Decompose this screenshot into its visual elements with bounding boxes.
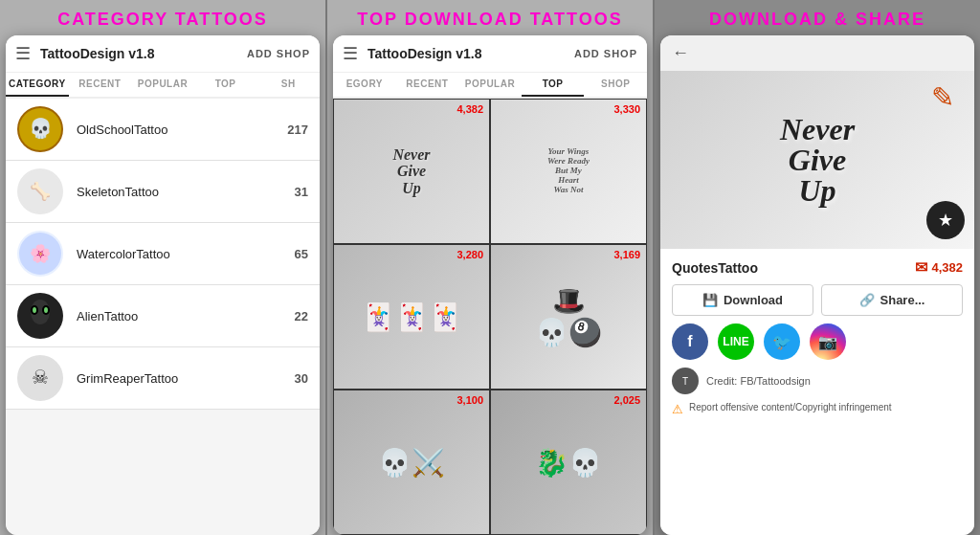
category-name-skeleton: SkeletonTattoo — [77, 185, 295, 199]
panel-top-download: TOP DOWNLOAD TATTOOS ☰ TattooDesign v1.8… — [327, 0, 653, 535]
back-bar: ← — [660, 35, 974, 71]
tab-shop-2[interactable]: SHOP — [584, 73, 647, 97]
warning-icon: ⚠ — [672, 402, 683, 416]
credit-avatar: T — [672, 368, 699, 394]
list-item[interactable]: 🌸 WatercolorTattoo 65 — [6, 223, 320, 285]
category-count-alien: 22 — [295, 309, 308, 323]
app-title-2: TattooDesign v1.8 — [368, 46, 574, 61]
download-count-1: 4,382 — [457, 103, 483, 115]
category-thumb-grimreaper: ☠ — [17, 355, 63, 401]
list-item[interactable]: AlienTattoo 22 — [6, 285, 320, 347]
svg-text:💀: 💀 — [29, 117, 53, 140]
grid-row-1: NeverGiveUp 4,382 Your WingsWere ReadyBu… — [333, 99, 647, 244]
panel-category: CATEGORY TATTOOS ☰ TattooDesign v1.8 ADD… — [0, 0, 325, 535]
tab-category-1[interactable]: CATEGORY — [6, 73, 69, 97]
add-shop-button-2[interactable]: ADD SHOP — [574, 48, 637, 59]
app-bar-1: ☰ TattooDesign v1.8 ADD SHOP — [6, 35, 320, 73]
report-row: ⚠ Report offensive content/Copyright inf… — [672, 402, 963, 416]
tattoo-icon-6: 🐉💀 — [535, 447, 602, 479]
phone-3: ← ✏ NeverGiveUp ★ QuotesTattoo ✉ 4,382 💾 — [660, 35, 974, 535]
share-label: Share... — [880, 293, 925, 307]
tab-bar-1: CATEGORY RECENT POPULAR TOP SH — [6, 73, 320, 99]
grid-cell-2[interactable]: Your WingsWere ReadyBut MyHeartWas Not 3… — [490, 99, 647, 244]
facebook-button[interactable]: f — [672, 323, 708, 360]
grid-cell-1[interactable]: NeverGiveUp 4,382 — [333, 99, 490, 244]
hamburger-icon-1[interactable]: ☰ — [15, 43, 31, 64]
download-label: Download — [724, 293, 783, 307]
download-share-view: ← ✏ NeverGiveUp ★ QuotesTattoo ✉ 4,382 💾 — [660, 35, 974, 535]
category-list: 💀 OldSchoolTattoo 217 🦴 SkeletonTattoo 3… — [6, 99, 320, 535]
social-row: f LINE 🐦 📷 — [672, 323, 963, 360]
hamburger-icon-2[interactable]: ☰ — [343, 43, 358, 64]
category-name-watercolor: WatercolorTattoo — [77, 247, 295, 261]
list-item[interactable]: 💀 OldSchoolTattoo 217 — [6, 99, 320, 161]
main-tattoo-text: NeverGiveUp — [780, 114, 855, 206]
category-count-watercolor: 65 — [295, 247, 308, 261]
envelope-icon: ✉ — [915, 258, 927, 277]
category-thumb-oldschool: 💀 — [17, 106, 63, 152]
list-item[interactable]: ☠ GrimReaperTattoo 30 — [6, 347, 320, 410]
svg-text:☠: ☠ — [32, 367, 49, 388]
download-count-value: 4,382 — [931, 260, 963, 275]
action-row: 💾 Download 🔗 Share... — [672, 284, 963, 316]
credit-row: T Credit: FB/Tattoodsign — [672, 368, 963, 394]
grid-cell-4[interactable]: 🎩💀🎱 3,169 — [490, 244, 647, 390]
grid-cell-3[interactable]: 🃏🃏🃏 3,280 — [333, 244, 490, 390]
tab-egory-2[interactable]: EGORY — [333, 73, 396, 97]
tab-top-1[interactable]: TOP — [194, 73, 257, 97]
app-title-1: TattooDesign v1.8 — [40, 46, 247, 61]
tab-bar-2: EGORY RECENT POPULAR TOP SHOP — [333, 73, 647, 99]
panel1-title: CATEGORY TATTOOS — [0, 0, 325, 35]
svg-text:🌸: 🌸 — [30, 243, 52, 264]
panel2-title: TOP DOWNLOAD TATTOOS — [327, 0, 653, 35]
category-thumb-alien — [17, 293, 63, 339]
pencil-icon: ✏ — [923, 77, 963, 117]
share-button[interactable]: 🔗 Share... — [821, 284, 963, 316]
add-shop-button-1[interactable]: ADD SHOP — [247, 48, 310, 59]
download-button[interactable]: 💾 Download — [672, 284, 813, 316]
grid-cell-bg-5: 💀⚔️ — [334, 390, 489, 534]
instagram-button[interactable]: 📷 — [810, 323, 846, 360]
title-row: QuotesTattoo ✉ 4,382 — [672, 258, 963, 277]
tab-sh-1[interactable]: SH — [256, 73, 320, 97]
top-download-grid: NeverGiveUp 4,382 Your WingsWere ReadyBu… — [333, 99, 647, 535]
tab-popular-1[interactable]: POPULAR — [131, 73, 194, 97]
category-thumb-skeleton: 🦴 — [17, 168, 63, 214]
line-button[interactable]: LINE — [718, 323, 754, 360]
grid-cell-5[interactable]: 💀⚔️ 3,100 — [333, 390, 490, 535]
tattoo-icon-5: 💀⚔️ — [378, 447, 445, 479]
favorite-button[interactable]: ★ — [926, 201, 965, 239]
category-count-grimreaper: 30 — [295, 371, 308, 386]
panel3-title: DOWNLOAD & SHARE — [655, 0, 980, 35]
report-text: Report offensive content/Copyright infri… — [689, 402, 892, 412]
list-item[interactable]: 🦴 SkeletonTattoo 31 — [6, 161, 320, 223]
twitter-button[interactable]: 🐦 — [764, 323, 800, 360]
grid-cell-bg-6: 🐉💀 — [491, 390, 646, 534]
download-count-2: 3,330 — [613, 103, 640, 115]
grid-cell-bg-1: NeverGiveUp — [334, 100, 489, 243]
category-thumb-watercolor: 🌸 — [17, 231, 63, 277]
tattoo-icon-4: 🎩💀🎱 — [535, 285, 602, 348]
phone-1: ☰ TattooDesign v1.8 ADD SHOP CATEGORY RE… — [6, 35, 320, 535]
back-button[interactable]: ← — [672, 43, 689, 63]
category-name-oldschool: OldSchoolTattoo — [77, 123, 287, 137]
grid-cell-6[interactable]: 🐉💀 2,025 — [490, 390, 647, 535]
svg-point-10 — [33, 307, 36, 313]
svg-point-11 — [44, 307, 48, 313]
svg-text:🦴: 🦴 — [30, 181, 52, 202]
tab-top-2[interactable]: TOP — [522, 73, 585, 97]
grid-row-2: 🃏🃏🃏 3,280 🎩💀🎱 3,169 — [333, 244, 647, 390]
tab-recent-2[interactable]: RECENT — [396, 73, 459, 97]
grid-cell-bg-2: Your WingsWere ReadyBut MyHeartWas Not — [491, 100, 646, 243]
panel-download-share: DOWNLOAD & SHARE ← ✏ NeverGiveUp ★ Quote… — [655, 0, 980, 535]
category-count-oldschool: 217 — [287, 123, 308, 137]
tattoo-image-area: ✏ NeverGiveUp ★ — [660, 71, 974, 249]
credit-text: Credit: FB/Tattoodsign — [706, 375, 811, 387]
grid-row-3: 💀⚔️ 3,100 🐉💀 2,025 — [333, 390, 647, 535]
category-name-grimreaper: GrimReaperTattoo — [77, 371, 295, 386]
download-count-6: 2,025 — [613, 394, 640, 406]
tab-popular-2[interactable]: POPULAR — [458, 73, 522, 97]
info-area: QuotesTattoo ✉ 4,382 💾 Download 🔗 Share.… — [660, 249, 974, 535]
tab-recent-1[interactable]: RECENT — [69, 73, 132, 97]
download-count-badge: ✉ 4,382 — [915, 258, 963, 277]
